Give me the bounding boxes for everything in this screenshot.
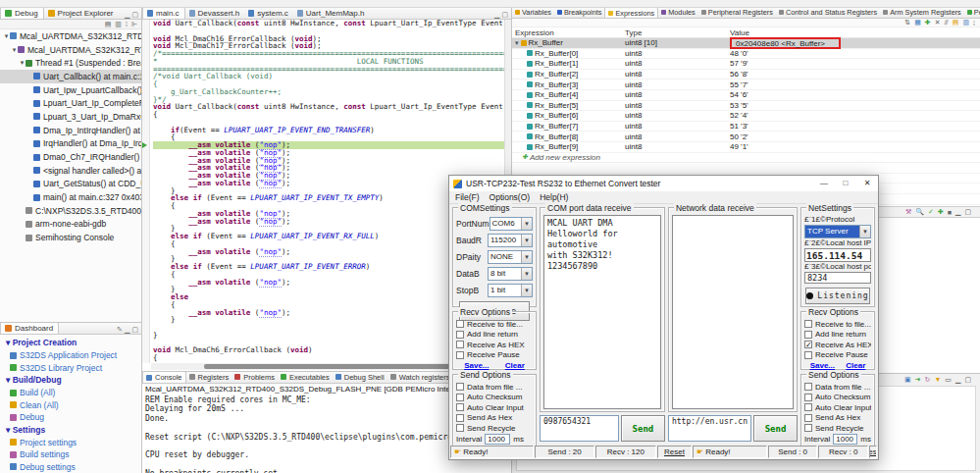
remove-all-icon[interactable]: ⫻ (944, 19, 950, 26)
pin-icon[interactable]: ⊩ (130, 21, 138, 28)
com-send-checkbox-send-as-hex[interactable]: Send As Hex (456, 413, 533, 424)
maximize-icon[interactable]: ▢ (131, 11, 138, 19)
net-send-checkbox-auto-checksum[interactable]: Auto Checksum (804, 393, 871, 403)
listening-button[interactable]: Listening (805, 288, 870, 304)
minimize-icon[interactable]: ▁ (494, 11, 499, 19)
tab-breakpoints[interactable]: Breakpoints (554, 8, 605, 18)
tab-peripherals[interactable]: Peripherals (964, 8, 980, 18)
net-data-receive-area[interactable] (672, 215, 794, 409)
com-recv-checkbox-receive-as-hex[interactable]: Receive As HEX (456, 340, 533, 350)
tab-variables[interactable]: Variables (512, 8, 554, 18)
maximize-icon[interactable]: ▢ (963, 208, 972, 216)
save-icon[interactable]: ▼ (933, 376, 942, 383)
editor-tab-Devassert-h[interactable]: Devassert.h (185, 8, 245, 19)
com-recv-link-save[interactable]: Save... (464, 361, 489, 370)
tool-icon[interactable]: ⚒ (904, 208, 912, 216)
maximize-icon[interactable]: ▢ (963, 376, 972, 384)
local-port-input[interactable]: 8234 (804, 272, 871, 284)
expander-icon[interactable]: ▾ (3, 32, 10, 40)
expression-row[interactable]: Rx_Buffer[5]uint853 '5' (512, 101, 980, 112)
com-send-checkbox-auto-clear-input[interactable]: Auto Clear Input (456, 402, 533, 413)
expression-row[interactable]: Rx_Buffer[1]uint857 '9' (512, 59, 980, 70)
com-data-receive-area[interactable]: MCAL UART DMA Helloworld for automotive … (543, 215, 661, 409)
expression-row[interactable]: Rx_Buffer[0]uint848 '0' (512, 49, 980, 60)
menu-item-help[interactable]: Help(H) (540, 192, 568, 202)
tab-arm-system-registers[interactable]: Arm System Registers (880, 8, 964, 18)
net-send-checkbox-auto-clear-input[interactable]: Auto Clear Input (804, 402, 871, 413)
column-type[interactable]: Type (623, 28, 728, 37)
menu-item-options[interactable]: Options(O) (490, 192, 531, 202)
dashboard-link[interactable]: S32DS Library Project (6, 362, 141, 375)
editor-gutter[interactable] (142, 20, 150, 363)
com-setting-select-dpaity[interactable]: NONE▼ (488, 250, 533, 264)
menu-item-file[interactable]: File(F) (455, 192, 480, 202)
column-expression[interactable]: Expression (512, 28, 623, 37)
expression-row[interactable]: Rx_Buffer[3]uint855 '7' (512, 79, 980, 90)
add-expression-icon[interactable]: ✚ (924, 19, 932, 26)
tab-dashboard[interactable]: Dashboard (0, 323, 59, 334)
expression-row[interactable]: ▾ Rx_Bufferuint8 [10]0x20408e80 <Rx_Buff… (512, 38, 980, 49)
tab-project-explorer[interactable]: Project Explorer (44, 8, 119, 19)
collapse-all-icon[interactable]: ▥ (114, 21, 123, 28)
new-tab-icon[interactable]: ▣ (903, 376, 912, 384)
com-send-input[interactable]: 0987654321 (540, 415, 619, 442)
view-menu-icon[interactable]: ⁞ (125, 21, 129, 27)
minimize-icon[interactable]: ▁ (125, 11, 129, 19)
dashboard-section-title[interactable]: ▾ Project Creation (6, 337, 141, 349)
net-recv-checkbox-receive-to-file-[interactable]: Receive to file... (804, 319, 871, 330)
dashboard-section-title[interactable]: ▾ Build/Debug (6, 374, 141, 387)
minimize-icon[interactable]: ▁ (125, 326, 129, 334)
expander-icon[interactable]: ▾ (11, 46, 18, 54)
show-type-icon[interactable]: ⇅ (903, 19, 911, 26)
minimize-icon[interactable]: ▁ (954, 208, 961, 216)
debug-tree-item[interactable]: IrqHandler() at Dma_Ip_Irq.c:381 0x407 (0, 137, 141, 151)
tab-modules[interactable]: Modules (658, 8, 698, 18)
search-icon[interactable]: 🔍 (914, 208, 925, 216)
minimize-icon[interactable]: ▤ (104, 21, 113, 28)
console-tab-executables[interactable]: Executables (278, 372, 333, 383)
debug-tree-item[interactable]: C:\NXP\S32DS.3.5_RTD400\eclipse\plugins\… (0, 204, 141, 218)
com-send-checkbox-data-from-file-[interactable]: Data from file ... (456, 382, 533, 393)
expression-row[interactable]: Rx_Buffer[9]uint849 '1' (512, 142, 980, 153)
expression-row[interactable]: Rx_Buffer[4]uint854 '6' (512, 90, 980, 101)
add-icon[interactable]: ✚ (937, 208, 945, 216)
debug-tree-item[interactable]: Uart_Ipw_LpuartCallback() at Uart_Ipw.c (0, 83, 141, 97)
net-send-checkbox-data-from-file-[interactable]: Data from file ... (804, 382, 871, 393)
column-value[interactable]: Value (728, 28, 980, 37)
expander-icon[interactable]: ▾ (515, 39, 519, 47)
remove-expression-icon[interactable]: ✕ (934, 19, 942, 26)
net-recv-checkbox-add-line-return[interactable]: Add line return (804, 330, 871, 341)
debug-tree-item[interactable]: ▾Thread #1 (Suspended : Breakpoint) (0, 56, 141, 70)
clear-icon[interactable]: ▭ (944, 376, 953, 384)
editor-tab-system-c[interactable]: system.c (244, 8, 293, 19)
tab-expressions[interactable]: Expressions (604, 8, 658, 18)
interval-input-right[interactable]: 1000 (833, 434, 857, 445)
check-icon[interactable]: ✓ (927, 208, 935, 216)
net-recv-checkbox-receive-pause[interactable]: Receive Pause (804, 350, 871, 361)
tab-peripheral-registers[interactable]: Peripheral Registers (698, 8, 776, 18)
debug-tree-item[interactable]: Lpuart_3_Uart_Ip_DmaRxCompleteCallb (0, 110, 141, 124)
net-recv-link-clear[interactable]: Clear (846, 361, 865, 370)
refresh-icon[interactable]: ↻ (924, 376, 932, 384)
net-send-input[interactable]: http://en.usr.cn (668, 415, 751, 442)
protocol-select[interactable]: TCP Server ▼ (804, 225, 871, 238)
expression-row[interactable]: Rx_Buffer[8]uint850 '2' (512, 131, 980, 142)
debug-tree-item[interactable]: ▾Mcal_UARTDMA_S32K312_RTD400_S32DS.elf (0, 43, 141, 57)
debug-tree-item[interactable]: arm-none-eabi-gdb (0, 218, 141, 232)
maximize-icon[interactable]: ▢ (501, 11, 508, 19)
go-icon[interactable]: ➜ (914, 376, 922, 384)
com-recv-checkbox-add-line-return[interactable]: Add line return (456, 330, 533, 341)
debug-tree-item[interactable]: <signal handler called>() at 0xfffffff9 (0, 164, 141, 178)
dialog-titlebar[interactable]: USR-TCP232-Test RS232 to Ethernet Conver… (449, 176, 878, 191)
com-recv-link-clear[interactable]: Clear (505, 361, 525, 370)
interval-input-left[interactable]: 1000 (485, 434, 510, 445)
maximize-icon[interactable]: ▢ (131, 326, 138, 334)
maximize-button[interactable]: □ (835, 176, 856, 191)
console-tab-console[interactable]: Console (142, 372, 186, 383)
net-recv-checkbox-receive-as-hex[interactable]: ✓Receive As HEX (804, 340, 871, 350)
com-setting-select-stopb[interactable]: 1 bit▼ (488, 284, 533, 297)
import-icon[interactable]: ▤ (952, 19, 960, 26)
com-setting-select-baudr[interactable]: 115200▼ (488, 234, 533, 247)
com-send-button[interactable]: Send (621, 415, 665, 442)
debug-tree-item[interactable]: Dma_Ip_IntIrqHandler() at Dma_Ip.c:1,8 (0, 124, 141, 137)
